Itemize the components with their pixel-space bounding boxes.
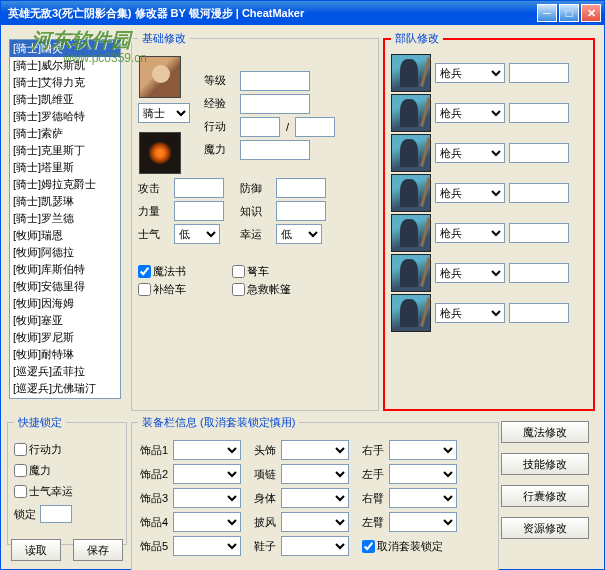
knowledge-input[interactable]: [276, 201, 326, 221]
action-max-input[interactable]: [295, 117, 335, 137]
eq-head-select[interactable]: [281, 440, 349, 460]
troop-type-select[interactable]: 枪兵: [435, 103, 505, 123]
list-item[interactable]: [牧师]塞亚: [10, 312, 120, 329]
list-item[interactable]: [骑士]艾得力克: [10, 74, 120, 91]
eq-shoes-select[interactable]: [281, 536, 349, 556]
troop-type-select[interactable]: 枪兵: [435, 63, 505, 83]
eq-neck-select[interactable]: [281, 464, 349, 484]
troop-type-select[interactable]: 枪兵: [435, 263, 505, 283]
equip-legend: 装备栏信息 (取消套装锁定慎用): [138, 415, 299, 430]
close-button[interactable]: ✕: [581, 4, 601, 22]
lock-mana-checkbox[interactable]: 魔力: [14, 463, 120, 478]
troop-count-input[interactable]: [509, 183, 569, 203]
eq-rarm-select[interactable]: [389, 488, 457, 508]
level-input[interactable]: [240, 71, 310, 91]
list-item[interactable]: [骑士]罗兰德: [10, 210, 120, 227]
eq-trinket2-label: 饰品2: [138, 467, 168, 482]
list-item[interactable]: [牧师]罗尼斯: [10, 329, 120, 346]
portrait-face-icon: [139, 56, 181, 98]
save-button[interactable]: 保存: [73, 539, 123, 561]
read-button[interactable]: 读取: [11, 539, 61, 561]
tent-checkbox[interactable]: 急救帐篷: [232, 282, 291, 297]
hero-class-select[interactable]: 骑士: [138, 103, 190, 123]
list-item[interactable]: [巡逻兵]尤佛瑞汀: [10, 380, 120, 397]
eq-lhand-select[interactable]: [389, 464, 457, 484]
list-item[interactable]: [牧师]库斯伯特: [10, 261, 120, 278]
eq-trinket3-select[interactable]: [173, 488, 241, 508]
troop-count-input[interactable]: [509, 223, 569, 243]
attack-input[interactable]: [174, 178, 224, 198]
list-item[interactable]: [骑士]塔里斯: [10, 159, 120, 176]
troop-type-select[interactable]: 枪兵: [435, 143, 505, 163]
action-label: 行动: [204, 119, 234, 134]
power-label: 力量: [138, 204, 168, 219]
power-input[interactable]: [174, 201, 224, 221]
lock-input[interactable]: [40, 505, 72, 523]
lock-action-checkbox[interactable]: 行动力: [14, 442, 120, 457]
eq-trinket1-label: 饰品1: [138, 443, 168, 458]
attack-label: 攻击: [138, 181, 168, 196]
list-item[interactable]: [骑士]威尔斯凯: [10, 57, 120, 74]
defense-input[interactable]: [276, 178, 326, 198]
list-item[interactable]: [牧师]因海姆: [10, 295, 120, 312]
action-cur-input[interactable]: [240, 117, 280, 137]
list-item[interactable]: [骑士]幽灵: [10, 40, 120, 57]
hero-list[interactable]: [骑士]幽灵[骑士]威尔斯凯[骑士]艾得力克[骑士]凯维亚[骑士]罗德哈特[骑士…: [9, 39, 121, 399]
mana-input[interactable]: [240, 140, 310, 160]
list-item[interactable]: [巡逻兵]孟菲拉: [10, 363, 120, 380]
eq-trinket1-select[interactable]: [173, 440, 241, 460]
skill-edit-button[interactable]: 技能修改: [501, 453, 589, 475]
hascar-checkbox[interactable]: 弩车: [232, 264, 269, 279]
resource-edit-button[interactable]: 资源修改: [501, 517, 589, 539]
spellbook-checkbox[interactable]: 魔法书: [138, 264, 186, 279]
morale-select[interactable]: 低: [174, 224, 220, 244]
eq-cape-select[interactable]: [281, 512, 349, 532]
minimize-button[interactable]: ─: [537, 4, 557, 22]
troop-unit-icon: [391, 254, 431, 292]
troop-count-input[interactable]: [509, 63, 569, 83]
mana-label: 魔力: [204, 142, 234, 157]
cancel-setlock-checkbox[interactable]: 取消套装锁定: [362, 539, 443, 554]
eq-shoes-label: 鞋子: [246, 539, 276, 554]
lock-morale-luck-checkbox[interactable]: 士气幸运: [14, 484, 120, 499]
list-item[interactable]: [骑士]克里斯丁: [10, 142, 120, 159]
list-item[interactable]: [骑士]凯维亚: [10, 91, 120, 108]
eq-rhand-select[interactable]: [389, 440, 457, 460]
supply-checkbox[interactable]: 补给车: [138, 282, 186, 297]
eq-larm-select[interactable]: [389, 512, 457, 532]
exp-input[interactable]: [240, 94, 310, 114]
troop-type-select[interactable]: 枪兵: [435, 303, 505, 323]
troop-count-input[interactable]: [509, 263, 569, 283]
list-item[interactable]: [巡逻兵]诸诺: [10, 397, 120, 399]
troop-type-select[interactable]: 枪兵: [435, 183, 505, 203]
luck-select[interactable]: 低: [276, 224, 322, 244]
eq-trinket4-select[interactable]: [173, 512, 241, 532]
bag-edit-button[interactable]: 行囊修改: [501, 485, 589, 507]
eq-trinket4-label: 饰品4: [138, 515, 168, 530]
list-item[interactable]: [骑士]姆拉克爵士: [10, 176, 120, 193]
list-item[interactable]: [骑士]索萨: [10, 125, 120, 142]
eq-trinket2-select[interactable]: [173, 464, 241, 484]
eq-trinket5-select[interactable]: [173, 536, 241, 556]
troop-count-input[interactable]: [509, 303, 569, 323]
titlebar[interactable]: 英雄无敌3(死亡阴影合集) 修改器 BY 银河漫步 | CheatMaker ─…: [1, 1, 604, 25]
list-item[interactable]: [牧师]瑞恩: [10, 227, 120, 244]
list-item[interactable]: [牧师]阿德拉: [10, 244, 120, 261]
troop-count-input[interactable]: [509, 143, 569, 163]
list-item[interactable]: [牧师]安德里得: [10, 278, 120, 295]
maximize-button[interactable]: □: [559, 4, 579, 22]
magic-edit-button[interactable]: 魔法修改: [501, 421, 589, 443]
list-item[interactable]: [骑士]罗德哈特: [10, 108, 120, 125]
troop-type-select[interactable]: 枪兵: [435, 223, 505, 243]
eq-larm-label: 左臂: [354, 515, 384, 530]
eq-lhand-label: 左手: [354, 467, 384, 482]
eq-trinket3-label: 饰品3: [138, 491, 168, 506]
troop-count-input[interactable]: [509, 103, 569, 123]
app-window: 英雄无敌3(死亡阴影合集) 修改器 BY 银河漫步 | CheatMaker ─…: [0, 0, 605, 570]
list-item[interactable]: [骑士]凯瑟琳: [10, 193, 120, 210]
window-body: [骑士]幽灵[骑士]威尔斯凯[骑士]艾得力克[骑士]凯维亚[骑士]罗德哈特[骑士…: [1, 25, 604, 569]
list-item[interactable]: [牧师]耐特琳: [10, 346, 120, 363]
troop-row: 枪兵: [391, 94, 587, 132]
eq-body-select[interactable]: [281, 488, 349, 508]
troop-row: 枪兵: [391, 214, 587, 252]
